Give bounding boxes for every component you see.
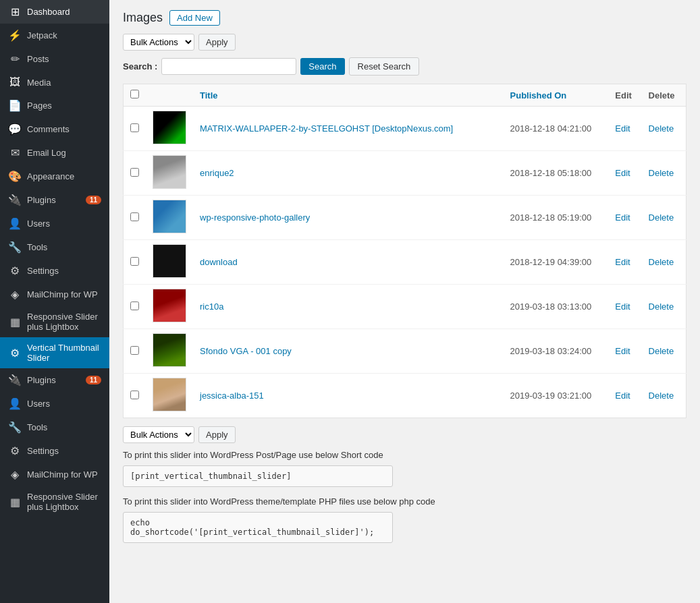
delete-cell-1: Delete: [642, 107, 686, 151]
thumbnail-2: [153, 155, 186, 189]
mailchimp2-icon: ◈: [8, 468, 22, 481]
edit-link-3[interactable]: Edit: [615, 212, 630, 223]
email-log-icon: ✉: [8, 146, 22, 159]
delete-link-3[interactable]: Delete: [649, 212, 674, 223]
sidebar-item-settings2[interactable]: ⚙ Settings: [0, 439, 109, 463]
row-checkbox-1[interactable]: [130, 123, 139, 132]
jetpack-label: Jetpack: [27, 30, 101, 40]
sidebar-item-users[interactable]: 👤 Users: [0, 212, 109, 235]
table-row: wp-responsive-photo-gallery 2018-12-18 0…: [124, 196, 686, 240]
sidebar-item-appearance[interactable]: 🎨 Appearance: [0, 165, 109, 188]
bulk-actions-select-bottom[interactable]: Bulk Actions: [123, 426, 194, 443]
settings2-icon: ⚙: [8, 444, 22, 457]
row-checkbox-2[interactable]: [130, 168, 139, 177]
posts-icon: ✏: [8, 53, 22, 65]
delete-link-4[interactable]: Delete: [649, 257, 674, 267]
shortcode-intro: To print this slider into WordPress Post…: [123, 450, 686, 460]
sidebar-item-plugins[interactable]: 🔌 Plugins 11: [0, 188, 109, 212]
row-checkbox-5[interactable]: [130, 302, 139, 310]
edit-link-4[interactable]: Edit: [615, 257, 630, 267]
row-checkbox-4[interactable]: [130, 257, 139, 266]
edit-link-2[interactable]: Edit: [615, 168, 630, 178]
search-input[interactable]: [161, 58, 296, 75]
appearance-icon: 🎨: [8, 170, 22, 183]
delete-link-5[interactable]: Delete: [649, 302, 674, 312]
title-sort-link[interactable]: Title: [200, 90, 218, 100]
reset-search-button[interactable]: Reset Search: [349, 57, 420, 76]
row-title-6[interactable]: Sfondo VGA - 001 copy: [193, 329, 488, 374]
sidebar-item-settings[interactable]: ⚙ Settings: [0, 259, 109, 283]
media-icon: 🖼: [8, 76, 22, 88]
row-date-7: 2019-03-19 03:21:00: [504, 374, 609, 418]
bulk-actions-select-top[interactable]: Bulk Actions: [123, 34, 194, 51]
delete-cell-5: Delete: [642, 285, 686, 329]
sidebar-item-tools[interactable]: 🔧 Tools: [0, 235, 109, 259]
edit-cell-4: Edit: [608, 240, 641, 285]
sidebar-item-mailchimp2[interactable]: ◈ MailChimp for WP: [0, 463, 109, 486]
edit-cell-3: Edit: [608, 196, 641, 240]
sidebar-item-media[interactable]: 🖼 Media: [0, 71, 109, 94]
sidebar-item-comments[interactable]: 💬 Comments: [0, 117, 109, 141]
sidebar-item-email-log[interactable]: ✉ Email Log: [0, 141, 109, 165]
delete-link-1[interactable]: Delete: [649, 123, 674, 134]
delete-link-6[interactable]: Delete: [649, 346, 674, 356]
edit-cell-6: Edit: [608, 329, 641, 374]
posts-label: Posts: [27, 54, 101, 64]
search-button[interactable]: Search: [300, 58, 344, 75]
sidebar-item-users2[interactable]: 👤 Users: [0, 392, 109, 415]
sidebar-item-responsive-slider2[interactable]: ▦ Responsive Slider plus Lightbox: [0, 486, 109, 517]
row-checkbox-7[interactable]: [130, 391, 139, 399]
row-title-5[interactable]: ric10a: [193, 285, 488, 329]
tools2-label: Tools: [27, 422, 101, 432]
thumbnail-6: [153, 333, 186, 367]
pages-icon: 📄: [8, 99, 22, 112]
row-checkbox-3[interactable]: [130, 212, 139, 221]
row-title-1[interactable]: MATRIX-WALLPAPER-2-by-STEELGOHST [Deskto…: [193, 107, 488, 151]
email-log-label: Email Log: [27, 148, 101, 158]
edit-link-1[interactable]: Edit: [615, 123, 630, 134]
sidebar-item-plugins2[interactable]: 🔌 Plugins 11: [0, 368, 109, 392]
delete-link-2[interactable]: Delete: [649, 168, 674, 178]
edit-link-7[interactable]: Edit: [615, 391, 630, 401]
php-intro: To print this slider into WordPress them…: [123, 496, 686, 507]
thumbnail-7: [153, 378, 186, 411]
sidebar: ⊞ Dashboard ⚡ Jetpack ✏ Posts 🖼 Media 📄 …: [0, 0, 109, 603]
sidebar-item-pages[interactable]: 📄 Pages: [0, 94, 109, 117]
edit-link-5[interactable]: Edit: [615, 302, 630, 312]
row-title-2[interactable]: enrique2: [193, 151, 488, 196]
row-checkbox-6[interactable]: [130, 346, 139, 355]
add-new-button[interactable]: Add New: [169, 10, 220, 26]
responsive-slider-icon: ▦: [8, 316, 22, 328]
vertical-thumbnail-label: Vertical Thumbnail Slider: [27, 343, 101, 363]
delete-cell-2: Delete: [642, 151, 686, 196]
row-date-5: 2019-03-18 03:13:00: [504, 285, 609, 329]
row-title-4[interactable]: download: [193, 240, 488, 285]
select-all-checkbox[interactable]: [130, 90, 139, 98]
search-bar: Search : Search Reset Search: [123, 57, 686, 76]
sidebar-item-tools2[interactable]: 🔧 Tools: [0, 415, 109, 439]
users-icon: 👤: [8, 217, 22, 230]
edit-link-6[interactable]: Edit: [615, 346, 630, 356]
row-date-2: 2018-12-18 05:18:00: [504, 151, 609, 196]
apply-button-top[interactable]: Apply: [198, 34, 236, 51]
plugins2-label: Plugins: [27, 375, 80, 385]
sidebar-item-dashboard[interactable]: ⊞ Dashboard: [0, 0, 109, 24]
row-title-7[interactable]: jessica-alba-151: [193, 374, 488, 418]
plugins2-badge: 11: [86, 376, 101, 384]
delete-link-7[interactable]: Delete: [649, 391, 674, 401]
sidebar-item-posts[interactable]: ✏ Posts: [0, 47, 109, 71]
delete-cell-3: Delete: [642, 196, 686, 240]
dashboard-icon: ⊞: [8, 5, 22, 18]
published-sort-link[interactable]: Published On: [510, 90, 567, 100]
php-value[interactable]: echo do_shortcode('[print_vertical_thumb…: [123, 512, 393, 543]
sidebar-item-responsive-slider[interactable]: ▦ Responsive Slider plus Lightbox: [0, 306, 109, 337]
sidebar-item-mailchimp[interactable]: ◈ MailChimp for WP: [0, 283, 109, 306]
sidebar-item-vertical-thumbnail[interactable]: ⚙ Vertical Thumbnail Slider: [0, 337, 109, 368]
row-title-3[interactable]: wp-responsive-photo-gallery: [193, 196, 488, 240]
tools-label: Tools: [27, 242, 101, 252]
thumbnail-4: [153, 244, 186, 278]
media-label: Media: [27, 78, 101, 88]
apply-button-bottom[interactable]: Apply: [198, 426, 236, 443]
shortcode-value[interactable]: [print_vertical_thumbnail_slider]: [123, 465, 393, 487]
sidebar-item-jetpack[interactable]: ⚡ Jetpack: [0, 24, 109, 47]
